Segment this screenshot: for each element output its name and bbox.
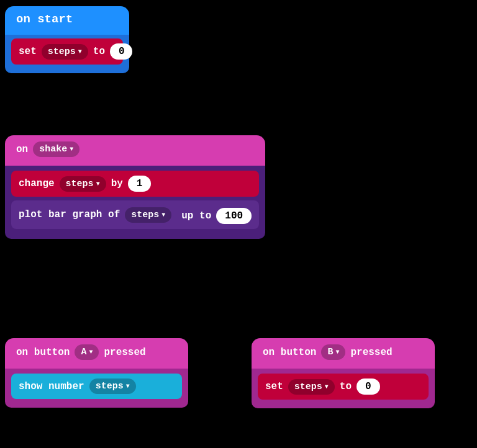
- on-start-block: on start set steps ▼ to 0: [5, 6, 129, 73]
- chevron-down-icon: ▼: [70, 146, 73, 153]
- value-hundred[interactable]: 100: [216, 208, 252, 224]
- steps-dropdown-show[interactable]: steps ▼: [89, 379, 136, 394]
- set-label-b: set: [265, 381, 283, 392]
- chevron-down-icon: ▼: [126, 383, 130, 390]
- on-start-hat: on start: [5, 6, 129, 35]
- button-a-dropdown[interactable]: A ▼: [75, 344, 99, 360]
- on-shake-block: on shake ▼ change steps ▼ by 1 plot bar …: [5, 135, 265, 239]
- on-button-a-block: on button A ▼ pressed show number steps …: [5, 338, 188, 408]
- plot-label: plot bar graph of: [19, 209, 120, 220]
- shake-dropdown[interactable]: shake ▼: [33, 141, 80, 157]
- by-label: by: [111, 178, 123, 189]
- pressed-label-b: pressed: [350, 347, 392, 358]
- to-label-b: to: [340, 381, 352, 392]
- set-steps-block: set steps ▼ to 0: [11, 38, 123, 65]
- button-b-dropdown[interactable]: B ▼: [321, 344, 345, 360]
- chevron-down-icon: ▼: [161, 212, 165, 218]
- on-button-a-body: show number steps ▼: [5, 369, 188, 408]
- on-start-body: set steps ▼ to 0: [5, 35, 129, 73]
- to-label-start: to: [93, 46, 105, 57]
- plot-bar-graph-block: plot bar graph of steps ▼ up to 100: [11, 200, 259, 229]
- on-shake-hat: on shake ▼: [5, 135, 265, 166]
- steps-dropdown-change[interactable]: steps ▼: [60, 176, 106, 192]
- chevron-down-icon: ▼: [78, 48, 82, 55]
- set-steps-block-b: set steps ▼ to 0: [258, 374, 429, 400]
- on-label-a: on button: [16, 347, 70, 358]
- steps-dropdown-plot[interactable]: steps ▼: [125, 207, 171, 223]
- on-button-b-body: set steps ▼ to 0: [252, 369, 435, 408]
- value-zero-start[interactable]: 0: [110, 43, 132, 60]
- on-shake-body: change steps ▼ by 1 plot bar graph of st…: [5, 166, 265, 239]
- show-number-block: show number steps ▼: [11, 374, 182, 399]
- value-one[interactable]: 1: [128, 176, 152, 192]
- chevron-down-icon: ▼: [89, 349, 93, 356]
- on-label-b: on button: [263, 347, 316, 358]
- steps-dropdown-b[interactable]: steps ▼: [288, 379, 335, 395]
- on-button-b-block: on button B ▼ pressed set steps ▼ to 0: [252, 338, 435, 408]
- on-button-b-hat: on button B ▼ pressed: [252, 338, 435, 369]
- on-label-shake: on: [16, 144, 28, 155]
- show-label: show number: [19, 381, 84, 392]
- chevron-down-icon: ▼: [335, 349, 339, 356]
- on-button-a-hat: on button A ▼ pressed: [5, 338, 188, 369]
- value-zero-b[interactable]: 0: [357, 379, 380, 395]
- steps-dropdown-start[interactable]: steps ▼: [42, 44, 88, 60]
- up-to-label: up to: [181, 210, 211, 222]
- change-label: change: [19, 178, 55, 189]
- on-start-label: on start: [16, 12, 73, 26]
- chevron-down-icon: ▼: [96, 181, 100, 187]
- change-steps-block: change steps ▼ by 1: [11, 171, 259, 197]
- chevron-down-icon: ▼: [325, 383, 329, 390]
- set-label: set: [19, 46, 37, 57]
- pressed-label-a: pressed: [104, 347, 145, 358]
